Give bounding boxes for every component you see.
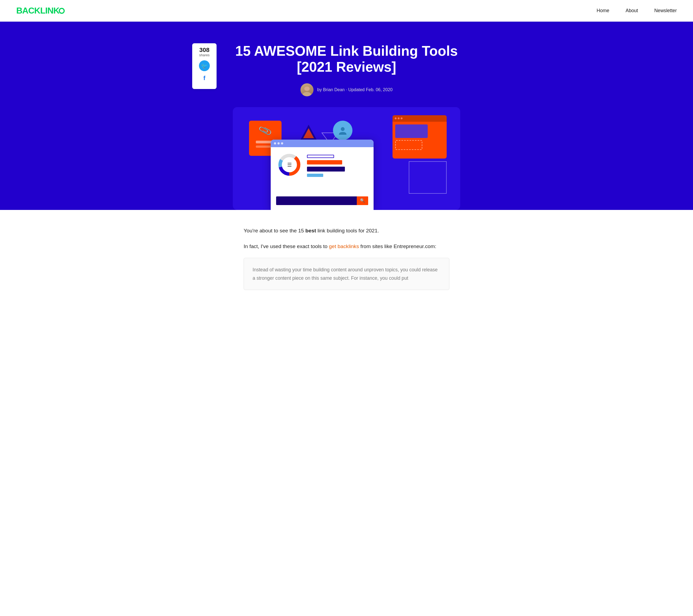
share-label: shares [197, 53, 212, 57]
user-svg [338, 125, 348, 135]
dot-red-1 [395, 118, 397, 119]
bar-outline [307, 155, 334, 158]
bar-blue-small [307, 174, 323, 177]
donut-chart: ☰ [277, 152, 301, 177]
hero-illustration: 📎 [233, 107, 460, 210]
quote-box: Instead of wasting your time building co… [244, 258, 449, 290]
logo[interactable]: BACKLINK [16, 6, 65, 16]
intro-text-2-end: from sites like Entrepreneur.com: [359, 244, 436, 249]
intro-text-2-start: In fact, I've used these exact tools to [244, 244, 329, 249]
intro-text-end: link building tools for 2021. [316, 228, 379, 233]
main-content: You're about to see the 15 best link bui… [238, 210, 455, 301]
user-circle-icon [333, 121, 353, 140]
search-button[interactable]: 🔍 [357, 197, 368, 205]
bar-dark [307, 167, 345, 171]
share-box: 308 shares 🐦 f [192, 43, 217, 89]
nav-about[interactable]: About [626, 8, 638, 13]
chart-bars [307, 155, 367, 177]
bar-red [307, 160, 342, 164]
dashed-rect [395, 140, 422, 150]
dot-blue-1 [274, 142, 276, 144]
intro-paragraph-1: You're about to see the 15 best link bui… [244, 226, 449, 235]
paperclip-icon: 📎 [258, 123, 273, 138]
share-count: 308 [197, 47, 212, 53]
wireframe-box [409, 161, 447, 194]
twitter-share-button[interactable]: 🐦 [199, 60, 210, 71]
main-browser-body: ☰ [271, 147, 374, 182]
search-bar[interactable]: 🔍 [276, 197, 368, 205]
red-browser-frame [393, 115, 447, 159]
intro-text-start: You're about to see the 15 [244, 228, 305, 233]
main-browser-window: ☰ 🔍 [271, 140, 374, 210]
hero-meta: by Brian Dean · Updated Feb. 06, 2020 [225, 83, 468, 96]
get-backlinks-link[interactable]: get backlinks [329, 244, 359, 249]
hero-section: 308 shares 🐦 f 15 AWESOME Link Building … [0, 22, 693, 210]
nav-home[interactable]: Home [597, 8, 609, 13]
author-byline: by Brian Dean · Updated Feb. 06, 2020 [317, 87, 393, 92]
purple-rect [395, 124, 428, 138]
intro-paragraph-2: In fact, I've used these exact tools to … [244, 242, 449, 251]
quote-text: Instead of wasting your time building co… [253, 266, 440, 283]
intro-bold: best [305, 228, 316, 233]
red-browser-header [393, 115, 447, 122]
red-browser-body [393, 122, 447, 152]
twitter-icon: 🐦 [201, 63, 207, 69]
dot-blue-3 [281, 142, 283, 144]
hero-title: 15 AWESOME Link Building Tools [2021 Rev… [225, 43, 468, 75]
dot-red-3 [401, 118, 402, 119]
illustration-container: 📎 [233, 107, 460, 210]
nav-links: Home About Newsletter [597, 8, 677, 14]
dot-red-2 [398, 118, 399, 119]
dot-blue-2 [277, 142, 280, 144]
svg-point-3 [341, 127, 344, 131]
author-avatar [300, 83, 314, 96]
facebook-icon: f [203, 75, 205, 82]
navbar: BACKLINK Home About Newsletter [0, 0, 693, 22]
avatar-face [300, 83, 314, 96]
donut-center-icon: ☰ [287, 162, 292, 168]
search-icon: 🔍 [360, 198, 365, 203]
facebook-share-button[interactable]: f [199, 73, 210, 84]
nav-newsletter[interactable]: Newsletter [654, 8, 677, 13]
main-browser-header [271, 140, 374, 147]
